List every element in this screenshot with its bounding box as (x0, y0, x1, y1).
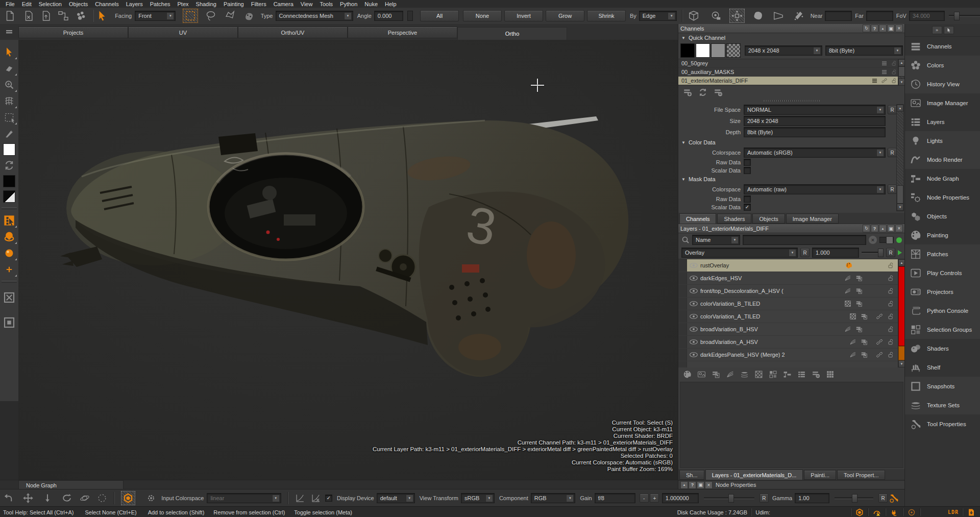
menu-layers[interactable]: Layers (122, 1, 146, 7)
move-icon[interactable] (22, 493, 34, 503)
select-invert-button[interactable]: Invert (504, 10, 543, 21)
download-icon[interactable] (967, 508, 976, 516)
add-mask-icon[interactable] (711, 370, 721, 379)
sidebar-item-texture-sets[interactable]: Texture Sets (905, 396, 980, 414)
add-channel-icon[interactable] (682, 88, 693, 97)
eye-icon[interactable] (689, 275, 698, 282)
unlock-icon[interactable] (890, 78, 898, 84)
tab-image-manager[interactable]: Image Manager (786, 214, 839, 224)
projection-on-button[interactable] (3, 316, 16, 329)
add-paint-layer-icon[interactable] (682, 370, 692, 379)
file-space-dropdown[interactable]: NORMAL (744, 105, 886, 115)
tab-objects[interactable]: Objects (752, 214, 785, 224)
sidebar-item-channels[interactable]: Channels (905, 37, 980, 56)
performance-warning-icon[interactable] (872, 508, 881, 516)
sidebar-item-node-properties[interactable]: Node Properties (905, 188, 980, 207)
add-adjustment-stack-icon[interactable] (740, 370, 749, 379)
lighting-mode-button[interactable] (121, 491, 135, 505)
layer-row[interactable]: colorVariation_B_TILED (678, 298, 898, 310)
angle-mini-slider[interactable] (407, 11, 413, 21)
colorspace-reset-button[interactable]: R (888, 148, 897, 157)
menu-python[interactable]: Python (336, 1, 361, 7)
sidebar-item-play-controls[interactable]: Play Controls (905, 263, 980, 282)
add-image-layer-icon[interactable] (697, 370, 706, 379)
menu-ptex[interactable]: Ptex (174, 1, 192, 7)
merge-layers-icon[interactable] (797, 370, 806, 379)
search-filter-dropdown[interactable]: Name (692, 235, 740, 245)
paint-target-button[interactable] (3, 214, 16, 227)
menu-nuke[interactable]: Nuke (361, 1, 381, 7)
component-dropdown[interactable]: RGB (531, 493, 576, 503)
gamma-field[interactable]: 1.00 (795, 493, 829, 503)
menu-painting[interactable]: Painting (220, 1, 248, 7)
link-icon[interactable] (875, 351, 884, 358)
layer-search-input[interactable] (743, 235, 866, 245)
tab-layers-collapsed[interactable]: Layers - 01_exteriorMaterials_D... (705, 470, 803, 480)
plugin-icon[interactable] (890, 508, 899, 516)
layer-row[interactable]: darkEdgesPanels_HSV (Merge) 2 (678, 349, 898, 361)
node-tree-icon[interactable] (58, 10, 69, 21)
background-color-swatch[interactable] (3, 175, 15, 187)
select-tool-button[interactable] (3, 45, 16, 59)
eye-icon[interactable] (689, 313, 698, 320)
help-icon[interactable] (689, 481, 696, 489)
by-dropdown[interactable]: Edge (639, 11, 677, 21)
refresh-icon[interactable] (863, 225, 870, 232)
viewport-menu-button[interactable] (0, 27, 18, 38)
translate-down-icon[interactable] (42, 493, 53, 503)
color-raw-data-checkbox[interactable] (744, 159, 751, 166)
add-procedural-layer-icon[interactable] (754, 370, 764, 379)
menu-selection[interactable]: Selection (35, 1, 65, 7)
sidebar-item-snapshots[interactable]: Snapshots (905, 377, 980, 396)
layer-amount-field[interactable]: 1.000 (812, 248, 859, 258)
blur-tool-button[interactable] (3, 62, 16, 75)
tab-shaders-collapsed[interactable]: Sh... (679, 470, 704, 480)
select-shrink-button[interactable]: Shrink (587, 10, 626, 21)
channel-row-selected[interactable]: 01_exteriorMaterials_DIFF (678, 77, 898, 85)
channel-row[interactable]: 00_50grey (678, 59, 898, 68)
blend-mode-dropdown[interactable]: Overlay (681, 248, 798, 258)
gain-reset-button[interactable]: R (760, 494, 769, 503)
filter-toggle[interactable] (879, 237, 894, 243)
mask-colorspace-dropdown[interactable]: Automatic (raw) (744, 184, 886, 194)
layer-row[interactable]: broadVariation_A_HSV (678, 336, 898, 349)
unlock-icon[interactable] (887, 351, 895, 358)
sidebar-item-history-view[interactable]: History View (905, 75, 980, 93)
remove-channel-icon[interactable] (713, 88, 723, 97)
sidebar-item-image-manager[interactable]: Image Manager (905, 93, 980, 112)
facing-blob-icon[interactable] (753, 10, 764, 21)
lasso-select-icon[interactable] (205, 10, 216, 21)
layer-list-scrollbar[interactable]: ▲▼ (898, 259, 905, 367)
view-transform-dropdown[interactable]: sRGB (461, 493, 495, 503)
amount-reset-button[interactable]: R (886, 248, 895, 257)
shader-eye-button[interactable] (3, 230, 16, 243)
select-grow-button[interactable]: Grow (546, 10, 584, 21)
collapse-all-button[interactable]: » (932, 26, 942, 34)
link-icon[interactable] (880, 78, 888, 84)
tab-ortho[interactable]: Ortho (457, 27, 567, 40)
sidebar-item-patches[interactable]: Patches (905, 244, 980, 263)
projection-off-button[interactable] (3, 291, 16, 304)
play-adjustment-icon[interactable] (898, 250, 902, 255)
tab-node-graph[interactable]: Node Graph (18, 480, 124, 489)
swap-colors-button[interactable] (3, 159, 16, 172)
eye-icon[interactable] (689, 338, 698, 346)
layer-amount-slider[interactable] (862, 252, 884, 254)
gain-value-field[interactable]: 1.000000 (662, 493, 699, 503)
duplicate-layer-icon[interactable] (768, 370, 778, 379)
color-scalar-data-checkb ox[interactable] (744, 167, 751, 174)
eye-icon[interactable] (689, 351, 698, 358)
tab-painting-collapsed[interactable]: Painti... (804, 470, 836, 480)
collapse-icon[interactable] (680, 481, 688, 489)
select-type-dropdown[interactable]: Connectedness Mesh (276, 11, 353, 21)
visible-layers-icon[interactable] (710, 10, 722, 21)
file-space-reset-button[interactable]: R (888, 105, 897, 114)
unlock-icon[interactable] (887, 338, 895, 346)
layer-row[interactable]: broadVariation_B_HSV (678, 323, 898, 336)
tool-settings-icon[interactable] (888, 493, 900, 503)
mask-colorspace-reset-button[interactable]: R (888, 185, 897, 194)
angle-field[interactable]: 0.000 (374, 11, 403, 21)
menu-channels[interactable]: Channels (91, 1, 122, 7)
paint-select-icon[interactable] (243, 10, 255, 21)
refresh-icon[interactable] (863, 24, 870, 32)
